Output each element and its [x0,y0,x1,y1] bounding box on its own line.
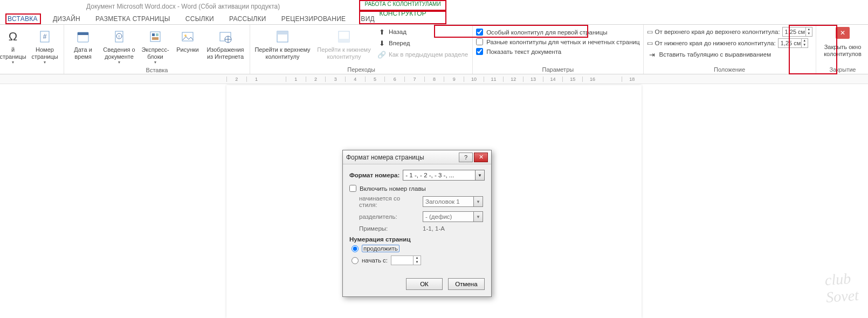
spinner-down-icon[interactable]: ▼ [805,32,812,36]
checkbox-input[interactable] [476,38,483,45]
nav-forward-button[interactable]: ⬇ Вперед [376,38,469,48]
ok-button[interactable]: ОК [406,278,443,290]
svg-rect-9 [156,33,159,36]
arrow-up-icon: ⬆ [377,27,386,36]
tab-design-hf[interactable]: КОНСТРУКТОР [359,8,446,19]
goto-header-button[interactable]: Перейти к верхнемуколонтитулу [253,27,312,61]
dialog-titlebar[interactable]: Формат номера страницы ? ✕ [343,150,491,164]
pos-tab-label: Вставить табуляцию с выравниванием [659,51,771,58]
tab-insert[interactable]: ВСТАВКА [0,13,45,24]
checkbox-input[interactable] [349,185,356,192]
different-first-page-checkbox[interactable]: Особый колонтитул для первой страницы [476,28,639,36]
group-label-nav: Переходы [253,65,469,74]
header-footer-label: йстраницы [0,46,26,60]
continue-label: продолжить [362,245,399,252]
group-label-close: Закрытие [821,65,865,74]
nav-back-label: Назад [389,29,407,35]
examples-value: 1-1, 1-А [423,225,445,232]
close-hf-label: Закрыть окноколонтитулов [824,44,862,57]
footer-margin-spinner[interactable]: 1,25 см ▲▼ [778,38,808,48]
chevron-down-icon: ▾ [154,60,156,65]
start-at-label: начать с: [362,257,388,264]
online-pictures-button[interactable]: Изображенияиз Интернета [204,27,246,61]
quick-parts-icon [147,28,164,45]
tab-mailings[interactable]: РАССЫЛКИ [222,13,274,24]
radio-input[interactable] [352,257,359,264]
link-icon: 🔗 [377,50,386,59]
checkbox-input[interactable] [476,48,483,55]
svg-rect-16 [277,31,288,34]
svg-rect-10 [152,37,159,40]
chevron-down-icon[interactable]: ▼ [475,170,484,180]
close-icon: ✕ [840,29,845,37]
start-at-spinner[interactable]: ▲▼ [391,255,421,265]
pos-top-value: 1,25 см [785,29,805,35]
group-label-insert: Вставка [67,66,246,74]
separator-label: разделитель: [359,213,419,220]
header-margin-spinner[interactable]: 1,25 см ▲▼ [782,27,812,37]
dialog-close-button[interactable]: ✕ [474,153,488,162]
header-footer-button[interactable]: Ω йстраницы ▾ [0,27,26,66]
pictures-label: Рисунки [176,46,199,53]
checkbox-input[interactable] [476,29,483,36]
goto-header-label: Перейти к верхнемуколонтитулу [254,46,310,60]
document-info-icon: i [111,28,128,45]
doc-info-button[interactable]: i Сведения одокументе ▾ [102,27,136,66]
footer-margin-icon: ▭ [647,39,653,47]
show-document-text-checkbox[interactable]: Показать текст документа [476,47,639,56]
radio-input[interactable] [352,245,359,252]
tab-design[interactable]: ДИЗАЙН [45,13,88,24]
arrow-down-icon: ⬇ [377,39,386,47]
nav-back-button[interactable]: ⬆ Назад [376,27,469,37]
cancel-button[interactable]: Отмена [448,278,485,290]
page-number-label: Номерстраницы [31,46,58,60]
pos-bottom-value: 1,25 см [781,40,801,46]
spinner-up-icon[interactable]: ▲ [414,256,421,260]
chapter-style-combo: Заголовок 1 ▼ [423,196,483,207]
contextual-group-title: РАБОТА С КОЛОНТИТУЛАМИ [359,0,446,8]
svg-rect-7 [150,32,160,42]
header-margin-icon: ▭ [647,28,653,36]
opt-first-label: Особый колонтитул для первой страницы [486,29,607,36]
group-label-options: Параметры [476,65,639,74]
spinner-up-icon[interactable]: ▲ [805,27,812,32]
online-pictures-label: Изображенияиз Интернета [206,46,244,60]
chevron-down-icon: ▼ [473,197,483,206]
dialog-help-button[interactable]: ? [459,153,473,162]
contextual-tab-group: РАБОТА С КОЛОНТИТУЛАМИ КОНСТРУКТОР [359,0,446,25]
include-chapter-checkbox[interactable]: Включить номер главы [349,185,485,192]
examples-label: Примеры: [359,225,419,232]
numbering-label: Нумерация страниц [349,236,410,243]
svg-rect-18 [339,39,349,42]
different-odd-even-checkbox[interactable]: Разные колонтитулы для четных и нечетных… [476,38,639,46]
spinner-down-icon[interactable]: ▼ [801,43,808,47]
calendar-icon [74,28,92,45]
continue-numbering-radio[interactable]: продолжить [352,245,485,252]
pictures-button[interactable]: Рисунки [174,27,201,54]
starts-style-label: начинается со стиля: [359,195,419,208]
quick-parts-button[interactable]: Экспресс-блоки ▾ [140,27,171,66]
date-time-button[interactable]: Дата ивремя [67,27,99,61]
page-number-button[interactable]: # Номерстраницы ▾ [29,27,60,66]
svg-point-12 [184,34,187,37]
svg-text:#: # [43,33,47,40]
svg-rect-3 [78,32,88,35]
close-hf-button[interactable]: ✕ [836,27,850,39]
number-format-value: - 1 -, - 2 -, - 3 -, ... [405,172,454,178]
tab-icon: ⇥ [648,50,657,59]
dialog-title-text: Формат номера страницы [346,154,424,161]
horizontal-ruler[interactable]: 211234567891011121314151618 [0,74,868,84]
tab-review[interactable]: РЕЦЕНЗИРОВАНИЕ [274,13,354,24]
svg-rect-8 [152,33,155,36]
insert-alignment-tab-button[interactable]: ⇥ Вставить табуляцию с выравниванием [647,50,812,59]
tab-references[interactable]: ССЫЛКИ [178,13,222,24]
spinner-up-icon[interactable]: ▲ [801,39,808,43]
tab-page-layout[interactable]: РАЗМЕТКА СТРАНИЦЫ [88,13,178,24]
pos-bottom-label: От нижнего края до нижнего колонтитула: [655,40,776,46]
include-chapter-label: Включить номер главы [360,185,426,192]
number-format-combo[interactable]: - 1 -, - 2 -, - 3 -, ... ▼ [403,170,485,181]
ruler-scale: 211234567891011121314151618 [226,74,642,84]
spinner-down-icon[interactable]: ▼ [414,260,421,265]
start-at-radio[interactable]: начать с: ▲▼ [352,255,485,265]
group-label-position: Положение [647,65,812,74]
